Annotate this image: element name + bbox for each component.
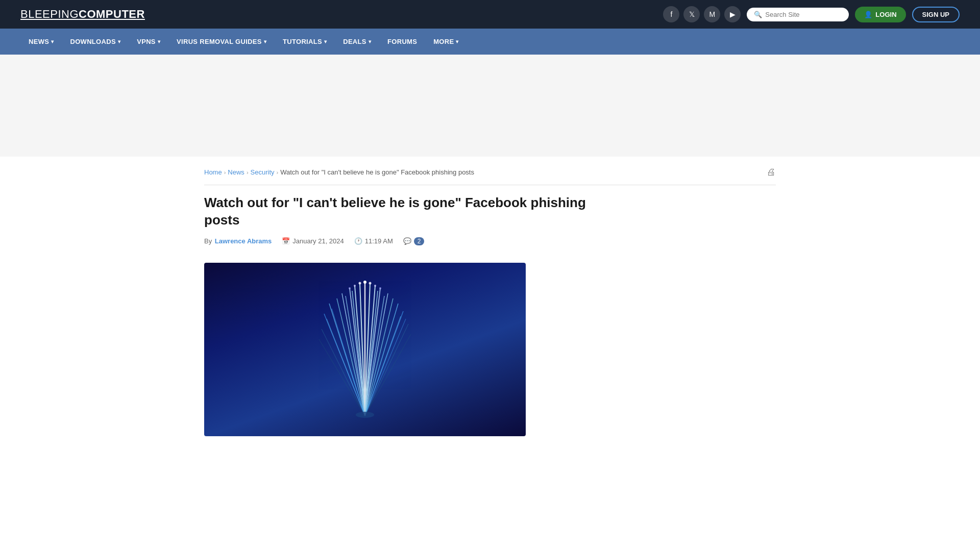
chevron-down-icon: ▾ [51, 39, 54, 44]
svg-line-7 [355, 286, 365, 416]
advertisement-banner [0, 55, 980, 157]
nav-deals[interactable]: DEALS ▾ [335, 29, 379, 55]
chevron-down-icon: ▾ [264, 39, 266, 44]
chevron-down-icon: ▾ [118, 39, 120, 44]
svg-point-29 [369, 282, 372, 284]
breadcrumb-news[interactable]: News [228, 168, 244, 176]
article-comments: 💬 2 [403, 237, 425, 245]
article-meta: By Lawrence Abrams 📅 January 21, 2024 🕐 … [204, 237, 607, 253]
search-bar: 🔍 [747, 8, 849, 21]
header-actions: f 𝕏 M ▶ 🔍 👤 LOGIN SIGN UP [663, 6, 960, 22]
breadcrumb-trail: Home › News › Security › Watch out for "… [204, 168, 474, 176]
svg-line-23 [322, 329, 365, 416]
chevron-down-icon: ▾ [158, 39, 160, 44]
clock-icon: 🕐 [354, 237, 362, 245]
svg-line-13 [365, 293, 388, 416]
article-date: 📅 January 21, 2024 [282, 237, 344, 245]
breadcrumb-separator: › [247, 169, 249, 176]
nav-tutorials[interactable]: TUTORIALS ▾ [275, 29, 335, 55]
svg-point-32 [349, 287, 351, 289]
search-icon: 🔍 [754, 11, 762, 18]
breadcrumb-separator: › [224, 169, 226, 176]
nav-more[interactable]: MORE ▾ [425, 29, 467, 55]
login-button[interactable]: 👤 LOGIN [855, 7, 905, 22]
breadcrumb-home[interactable]: Home [204, 168, 222, 176]
print-icon[interactable]: 🖨 [767, 167, 776, 178]
svg-line-19 [346, 296, 365, 416]
svg-point-33 [379, 287, 381, 289]
chevron-down-icon: ▾ [324, 39, 327, 44]
nav-forums[interactable]: FORUMS [379, 29, 425, 55]
svg-point-28 [359, 282, 361, 284]
social-icons: f 𝕏 M ▶ [663, 6, 741, 22]
fiber-optic-illustration [314, 273, 416, 426]
breadcrumb-separator: › [277, 169, 279, 176]
mastodon-icon[interactable]: M [704, 6, 720, 22]
article-title: Watch out for "I can't believe he is gon… [204, 194, 607, 229]
main-container: Home › News › Security › Watch out for "… [184, 157, 796, 436]
chevron-down-icon: ▾ [369, 39, 371, 44]
search-input[interactable] [765, 11, 842, 18]
nav-vpns[interactable]: VPNS ▾ [129, 29, 168, 55]
main-nav: NEWS ▾ DOWNLOADS ▾ VPNS ▾ VIRUS REMOVAL … [0, 29, 980, 55]
breadcrumb-security[interactable]: Security [251, 168, 275, 176]
article-main: Watch out for "I can't believe he is gon… [204, 185, 607, 436]
author-byline: By Lawrence Abrams [204, 237, 272, 245]
content-layout: Watch out for "I can't believe he is gon… [204, 185, 776, 436]
svg-line-21 [365, 296, 384, 416]
facebook-icon[interactable]: f [663, 6, 679, 22]
signup-button[interactable]: SIGN UP [912, 7, 960, 22]
nav-downloads[interactable]: DOWNLOADS ▾ [62, 29, 129, 55]
comment-icon: 💬 [403, 237, 411, 245]
breadcrumb: Home › News › Security › Watch out for "… [204, 157, 776, 185]
svg-point-30 [354, 285, 356, 287]
svg-point-27 [363, 281, 366, 284]
article-sidebar [623, 185, 776, 436]
article-hero-image [204, 263, 526, 436]
chevron-down-icon: ▾ [456, 39, 458, 44]
calendar-icon: 📅 [282, 237, 290, 245]
article-time: 🕐 11:19 AM [354, 237, 393, 245]
breadcrumb-current: Watch out for "I can't believe he is gon… [280, 168, 474, 176]
youtube-icon[interactable]: ▶ [724, 6, 741, 22]
site-logo[interactable]: BLEEPINGCOMPUTER [20, 8, 145, 21]
svg-point-34 [356, 412, 374, 418]
svg-point-31 [374, 285, 376, 287]
nav-news[interactable]: NEWS ▾ [20, 29, 62, 55]
twitter-icon[interactable]: 𝕏 [683, 6, 700, 22]
svg-line-11 [365, 286, 375, 416]
author-link[interactable]: Lawrence Abrams [215, 237, 272, 245]
user-icon: 👤 [864, 11, 872, 18]
nav-virus-removal[interactable]: VIRUS REMOVAL GUIDES ▾ [168, 29, 275, 55]
svg-line-4 [332, 309, 365, 416]
site-header: BLEEPINGCOMPUTER f 𝕏 M ▶ 🔍 👤 LOGIN SIGN … [0, 0, 980, 29]
comments-count[interactable]: 2 [414, 237, 425, 245]
svg-line-15 [365, 304, 398, 416]
